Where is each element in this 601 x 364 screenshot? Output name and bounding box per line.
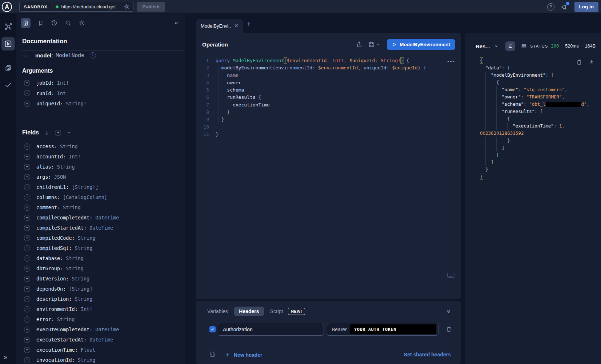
header-name-input[interactable] (218, 323, 324, 336)
more-options-icon[interactable]: ••• (447, 58, 455, 64)
field-row[interactable]: +columns:[CatalogColumn] (16, 192, 185, 202)
code-line[interactable]: 8 } (196, 109, 461, 116)
tab-script[interactable]: Script (270, 308, 283, 314)
expand-rail-icon[interactable]: » (4, 353, 7, 361)
field-row[interactable]: +args:JSON (16, 172, 185, 182)
field-row[interactable]: +compileStartedAt:DateTime (16, 223, 185, 233)
query-editor[interactable]: 1query ModelByEnvironment($environmentId… (196, 57, 461, 299)
explorer-icon[interactable] (1, 37, 15, 50)
breadcrumb-type[interactable]: ModelNode (56, 52, 84, 58)
argument-row[interactable]: +runId:Int (16, 88, 185, 99)
back-arrow-icon[interactable]: ← (24, 52, 30, 58)
add-field-icon[interactable]: + (24, 235, 30, 241)
chevron-down-icon[interactable] (67, 130, 71, 135)
add-field-icon[interactable]: + (24, 90, 30, 96)
code-line[interactable]: 11} (196, 131, 461, 138)
code-line[interactable]: 9 } (196, 116, 461, 123)
tab-headers[interactable]: Headers (234, 307, 264, 316)
field-row[interactable]: +alias:String (16, 162, 185, 172)
code-line[interactable]: 1query ModelByEnvironment($environmentId… (196, 57, 461, 64)
add-field-icon[interactable]: + (24, 225, 30, 231)
code-line[interactable]: 3 name (196, 72, 461, 79)
add-field-icon[interactable]: + (24, 194, 30, 201)
search-icon[interactable] (65, 20, 71, 26)
schema-icon[interactable] (1, 20, 15, 33)
field-row[interactable]: +access:String (16, 141, 185, 151)
login-button[interactable]: Log in (574, 2, 599, 12)
new-tab-icon[interactable]: + (247, 20, 251, 28)
json-view-toggle[interactable] (505, 41, 515, 51)
field-row[interactable]: +description:String (16, 294, 185, 304)
publish-button[interactable]: Publish (137, 2, 165, 12)
save-icon[interactable] (368, 41, 375, 48)
field-row[interactable]: +dbtGroup:String (16, 263, 185, 274)
field-row[interactable]: +compiledSql:String (16, 243, 185, 253)
keyboard-shortcuts-icon[interactable] (447, 272, 454, 278)
run-operation-button[interactable]: ModelByEnvironment (387, 39, 455, 50)
field-row[interactable]: +database:String (16, 253, 185, 263)
environment-variables-icon[interactable] (209, 351, 216, 357)
field-row[interactable]: +invocationId:String (16, 355, 185, 364)
auth-token-value[interactable]: YOUR_AUTH_TOKEN (350, 324, 436, 334)
code-line[interactable]: 7 executionTime (196, 101, 461, 109)
close-tab-icon[interactable]: ✕ (234, 23, 239, 29)
checks-icon[interactable] (1, 78, 15, 91)
code-line[interactable]: 2 modelByEnvironment(environmentId: $env… (196, 64, 461, 72)
tab-variables[interactable]: Variables (207, 308, 228, 314)
endpoint-url-chip[interactable]: https://metadata.cloud.get (52, 2, 133, 11)
add-field-icon[interactable]: + (24, 80, 30, 86)
add-to-query-icon[interactable]: + (90, 52, 96, 58)
field-row[interactable]: +compiledCode:String (16, 233, 185, 243)
settings-icon[interactable] (79, 20, 85, 26)
add-field-icon[interactable]: + (24, 327, 30, 333)
add-field-icon[interactable]: + (24, 154, 30, 160)
save-group[interactable] (368, 41, 380, 48)
add-field-icon[interactable]: + (24, 266, 30, 272)
field-row[interactable]: +accountId:Int! (16, 151, 185, 162)
add-field-icon[interactable]: + (24, 347, 30, 353)
add-field-icon[interactable]: + (24, 337, 30, 343)
code-line[interactable]: 4 owner (196, 79, 461, 86)
add-field-icon[interactable]: + (24, 316, 30, 323)
field-row[interactable]: +executeStartedAt:DateTime (16, 335, 185, 345)
add-field-icon[interactable]: + (24, 184, 30, 190)
bookmark-icon[interactable] (38, 20, 44, 26)
field-row[interactable]: +executionTime:Float (16, 345, 185, 355)
table-view-toggle[interactable] (519, 41, 529, 51)
add-field-icon[interactable]: + (24, 286, 30, 292)
code-line[interactable]: 6 runResults { (196, 94, 461, 101)
argument-row[interactable]: +uniqueId:String! (16, 98, 185, 109)
code-line[interactable]: 10 (196, 124, 461, 131)
endpoint-settings-icon[interactable] (124, 4, 130, 10)
sort-fields-icon[interactable] (44, 130, 49, 136)
field-row[interactable]: +error:String (16, 314, 185, 324)
field-row[interactable]: +environmentId:Int! (16, 304, 185, 314)
endpoint-url[interactable]: https://metadata.cloud.get (61, 4, 121, 9)
add-field-icon[interactable]: + (24, 174, 30, 180)
add-field-icon[interactable]: + (24, 245, 30, 251)
add-field-icon[interactable]: + (24, 306, 30, 312)
share-icon[interactable] (356, 41, 362, 48)
operation-collections-icon[interactable] (1, 61, 15, 75)
operation-tab[interactable]: ModelByEnvi... ✕ (196, 19, 243, 33)
field-row[interactable]: +childrenL1:[String!] (16, 182, 185, 192)
collapse-sidebar-icon[interactable]: « (175, 19, 178, 27)
history-icon[interactable] (51, 20, 57, 26)
add-field-icon[interactable]: + (24, 276, 30, 282)
new-header-button[interactable]: + New header (226, 351, 263, 359)
announcements-icon[interactable] (561, 3, 568, 11)
add-field-icon[interactable]: + (24, 164, 30, 170)
argument-row[interactable]: +jobId:Int! (16, 78, 185, 88)
add-field-icon[interactable]: + (24, 205, 30, 211)
add-field-icon[interactable]: + (24, 296, 30, 302)
field-row[interactable]: +comment:String (16, 202, 185, 213)
set-shared-headers-link[interactable]: Set shared headers (404, 352, 451, 357)
add-all-fields-icon[interactable]: + (55, 130, 61, 136)
response-chevron-icon[interactable] (494, 44, 498, 48)
add-field-icon[interactable]: + (24, 255, 30, 262)
add-field-icon[interactable]: + (24, 357, 30, 363)
add-field-icon[interactable]: + (24, 101, 30, 107)
field-row[interactable]: +executeCompletedAt:DateTime (16, 324, 185, 335)
field-row[interactable]: +compileCompletedAt:DateTime (16, 213, 185, 223)
field-row[interactable]: +dbtVersion:String (16, 274, 185, 284)
